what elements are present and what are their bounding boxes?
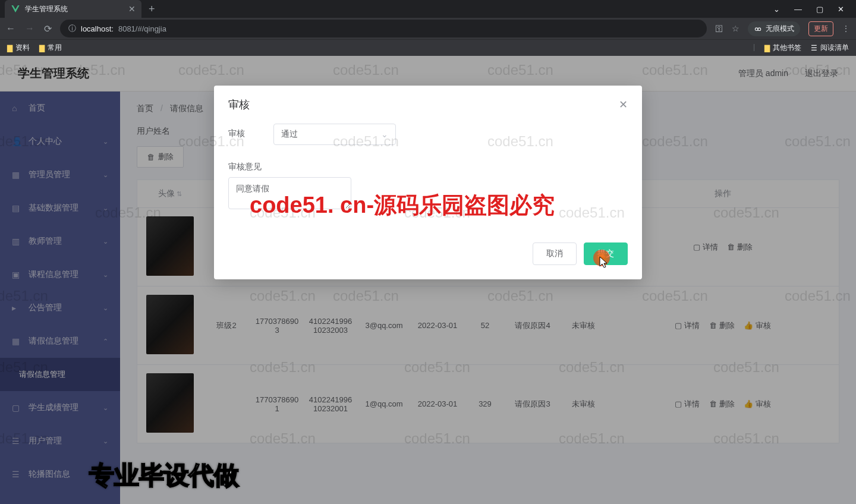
info-icon: ⓘ <box>68 23 76 34</box>
window-controls: ⌄ — ▢ ✕ <box>773 5 856 14</box>
tab-bar: 学生管理系统 ✕ + ⌄ — ▢ ✕ <box>0 0 856 18</box>
maximize-icon[interactable]: ▢ <box>816 5 823 14</box>
modal-close-button[interactable]: ✕ <box>619 98 628 111</box>
vue-icon <box>11 4 20 14</box>
new-tab-button[interactable]: + <box>141 3 162 15</box>
minimize-icon[interactable]: — <box>794 5 802 14</box>
close-window-icon[interactable]: ✕ <box>838 5 844 14</box>
submit-button[interactable]: 提交 <box>584 242 628 265</box>
browser-chrome: 学生管理系统 ✕ + ⌄ — ▢ ✕ ← → ⟳ ⓘ localhost:808… <box>0 0 856 56</box>
tab-title: 学生管理系统 <box>25 4 124 14</box>
svg-point-1 <box>758 28 761 31</box>
other-bookmarks[interactable]: ▇其他书签 <box>764 43 801 53</box>
back-button[interactable]: ← <box>6 23 15 34</box>
reload-button[interactable]: ⟳ <box>44 23 52 34</box>
watermark-red: code51. cn-源码乐园盗图必究 <box>250 190 555 220</box>
url-input[interactable]: ⓘ localhost:8081/#/qingjia <box>60 20 707 37</box>
browser-tab[interactable]: 学生管理系统 ✕ <box>5 0 141 18</box>
update-button[interactable]: 更新 <box>808 21 833 36</box>
opinion-label: 审核意见 <box>228 157 262 172</box>
key-icon[interactable]: ⚿ <box>715 24 723 33</box>
list-icon: ☰ <box>811 44 817 52</box>
reading-list[interactable]: ☰阅读清单 <box>811 43 849 53</box>
bookmarks-bar: ▇资料 ▇常用 | ▇其他书签 ☰阅读清单 <box>0 39 856 56</box>
folder-icon: ▇ <box>764 44 770 52</box>
kebab-menu-icon[interactable]: ⋮ <box>842 24 850 33</box>
modal-title: 审核 <box>228 97 250 112</box>
status-select[interactable]: 通过 ⌄ <box>273 124 396 145</box>
folder-icon: ▇ <box>7 44 12 52</box>
status-label: 审核 <box>228 124 273 139</box>
forward-button[interactable]: → <box>25 23 34 34</box>
watermark-bottom: 专业毕设代做 <box>89 459 239 492</box>
bookmark-folder-2[interactable]: ▇常用 <box>39 43 62 53</box>
app-root: 学生管理系统 管理员 admin 退出登录 ⌂首页 👤个人中心⌄ ▦管理员管理⌄… <box>0 56 856 504</box>
url-bar: ← → ⟳ ⓘ localhost:8081/#/qingjia ⚿ ☆ 无痕模… <box>0 18 856 39</box>
audit-modal: 审核 ✕ 审核 通过 ⌄ 审核意见 取消 提交 <box>214 86 642 279</box>
modal-overlay[interactable]: 审核 ✕ 审核 通过 ⌄ 审核意见 取消 提交 <box>0 56 856 504</box>
star-icon[interactable]: ☆ <box>732 24 739 33</box>
incognito-icon <box>754 24 762 33</box>
cancel-button[interactable]: 取消 <box>533 242 577 265</box>
tab-close-icon[interactable]: ✕ <box>128 4 136 14</box>
svg-point-0 <box>755 28 758 31</box>
divider: | <box>753 43 755 53</box>
bookmark-folder-1[interactable]: ▇资料 <box>7 43 30 53</box>
url-path: 8081/#/qingjia <box>118 24 166 33</box>
chevron-down-icon: ⌄ <box>381 130 388 139</box>
url-host: localhost: <box>81 24 114 33</box>
chevron-down-icon[interactable]: ⌄ <box>773 5 780 14</box>
folder-icon: ▇ <box>39 44 45 52</box>
incognito-badge[interactable]: 无痕模式 <box>748 21 800 36</box>
